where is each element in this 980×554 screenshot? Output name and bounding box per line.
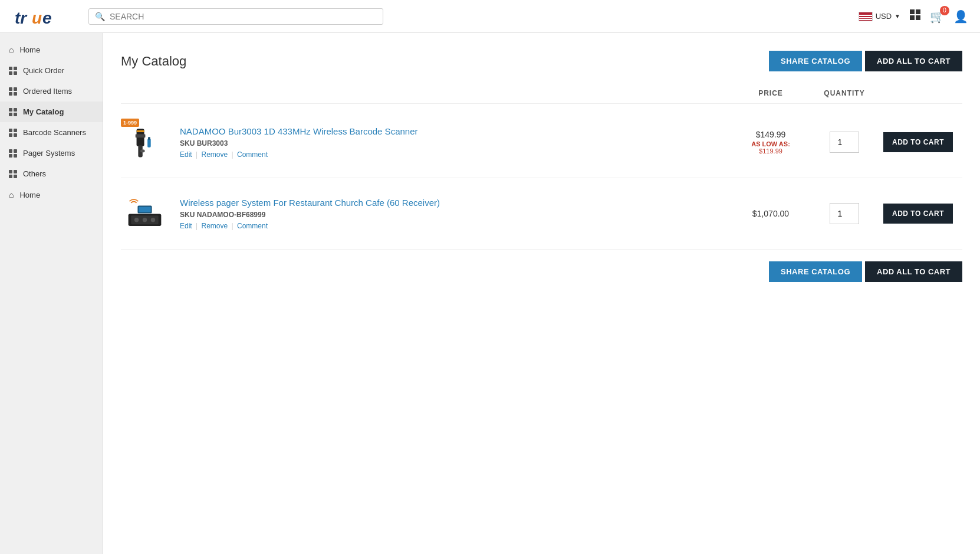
- product-image-1: 1-999: [121, 119, 168, 166]
- sidebar-label-home-top: Home: [19, 45, 40, 54]
- grid-icon: [9, 67, 17, 75]
- svg-rect-3: [910, 9, 915, 14]
- product-quantity-1: [815, 132, 874, 153]
- cart-button[interactable]: 🛒 0: [930, 9, 945, 24]
- sidebar-label-pager-systems: Pager Systems: [23, 149, 75, 158]
- sidebar-item-barcode-scanners[interactable]: Barcode Scanners: [0, 122, 103, 143]
- product-price-1: $149.99 AS LOW AS: $119.99: [726, 130, 815, 155]
- svg-rect-8: [135, 134, 145, 137]
- product-name-2[interactable]: Wireless pager System For Restaurant Chu…: [180, 198, 726, 208]
- grid-icon: [9, 149, 17, 158]
- sidebar-item-home-bottom[interactable]: ⌂ Home: [0, 184, 103, 205]
- home-icon: ⌂: [9, 45, 14, 54]
- add-all-to-cart-button-top[interactable]: ADD ALL TO CART: [865, 51, 962, 71]
- share-catalog-button-top[interactable]: SHARE CATALOG: [769, 51, 862, 71]
- svg-point-17: [142, 218, 146, 222]
- remove-link-2[interactable]: Remove: [202, 222, 228, 230]
- add-to-cart-button-2[interactable]: ADD TO CART: [883, 204, 953, 224]
- sidebar-label-others: Others: [23, 169, 46, 178]
- sidebar-item-home-top[interactable]: ⌂ Home: [0, 39, 103, 60]
- table-row: 1-999 NADAMOO Bur3003 1D 433MHz Wireless…: [121, 107, 962, 178]
- search-bar[interactable]: 🔍: [88, 8, 383, 25]
- currency-label: USD: [876, 12, 892, 21]
- svg-rect-20: [139, 206, 150, 212]
- price-as-low-label-1: AS LOW AS:: [726, 140, 815, 147]
- sidebar-item-pager-systems[interactable]: Pager Systems: [0, 143, 103, 163]
- comment-link-2[interactable]: Comment: [237, 222, 268, 230]
- price-as-low-value-1: $119.99: [726, 147, 815, 155]
- product-sku-1: SKU BUR3003: [180, 139, 726, 147]
- grid-icon: [9, 108, 17, 116]
- edit-link-1[interactable]: Edit: [180, 150, 192, 159]
- sidebar: ⌂ Home Quick Order Ordered Items My Cata…: [0, 33, 103, 554]
- product-links-2: Edit | Remove | Comment: [180, 222, 726, 230]
- price-main-2: $1,070.00: [726, 209, 815, 218]
- product-links-1: Edit | Remove | Comment: [180, 150, 726, 159]
- svg-rect-10: [140, 149, 144, 152]
- svg-point-16: [134, 218, 138, 222]
- sidebar-label-my-catalog: My Catalog: [23, 107, 64, 116]
- sidebar-item-quick-order[interactable]: Quick Order: [0, 60, 103, 81]
- edit-link-2[interactable]: Edit: [180, 222, 192, 230]
- catalog-column-headers: PRICE QUANTITY: [121, 86, 962, 104]
- grid-icon: [9, 129, 17, 137]
- flag-icon: [859, 12, 873, 21]
- logo[interactable]: tr u e: [12, 5, 77, 28]
- quantity-input-1[interactable]: [830, 132, 859, 153]
- bottom-action-buttons: SHARE CATALOG ADD ALL TO CART: [121, 261, 962, 282]
- page-title: My Catalog: [121, 54, 186, 69]
- svg-rect-11: [136, 130, 144, 132]
- search-input[interactable]: [110, 12, 377, 21]
- product-price-2: $1,070.00: [726, 209, 815, 218]
- product-badge-1: 1-999: [121, 119, 139, 127]
- product-image-2: [121, 190, 168, 237]
- sidebar-label-home-bottom: Home: [19, 191, 40, 199]
- grid-view-button[interactable]: [909, 9, 921, 24]
- grid-icon: [9, 87, 17, 96]
- product-sku-2: SKU NADAMOO-BF68999: [180, 211, 726, 219]
- svg-rect-12: [147, 139, 151, 147]
- user-button[interactable]: 👤: [953, 9, 968, 24]
- svg-rect-5: [910, 15, 915, 20]
- table-row: Wireless pager System For Restaurant Chu…: [121, 178, 962, 250]
- quantity-input-2[interactable]: [830, 203, 859, 224]
- product-info-1: NADAMOO Bur3003 1D 433MHz Wireless Barco…: [180, 126, 726, 159]
- add-to-cart-button-1[interactable]: ADD TO CART: [883, 132, 953, 152]
- grid-icon: [9, 170, 17, 178]
- add-all-to-cart-button-bottom[interactable]: ADD ALL TO CART: [865, 261, 962, 282]
- sidebar-label-quick-order: Quick Order: [23, 66, 64, 75]
- currency-chevron-icon: ▼: [895, 13, 900, 19]
- sidebar-label-ordered-items: Ordered Items: [23, 87, 72, 96]
- action-column-header: [874, 89, 962, 97]
- svg-rect-13: [148, 137, 150, 140]
- product-action-2: ADD TO CART: [874, 204, 962, 224]
- svg-rect-6: [916, 15, 920, 20]
- svg-text:tr: tr: [15, 9, 28, 27]
- product-info-2: Wireless pager System For Restaurant Chu…: [180, 198, 726, 230]
- remove-link-1[interactable]: Remove: [202, 150, 228, 159]
- share-catalog-button-bottom[interactable]: SHARE CATALOG: [769, 261, 862, 282]
- price-column-header: PRICE: [726, 89, 815, 97]
- header-right: USD ▼ 🛒 0 👤: [859, 9, 968, 24]
- quantity-column-header: QUANTITY: [815, 89, 874, 97]
- product-action-1: ADD TO CART: [874, 132, 962, 152]
- sidebar-item-ordered-items[interactable]: Ordered Items: [0, 81, 103, 101]
- svg-rect-4: [916, 9, 920, 14]
- layout: ⌂ Home Quick Order Ordered Items My Cata…: [0, 33, 980, 554]
- main-content: My Catalog SHARE CATALOG ADD ALL TO CART…: [103, 33, 980, 554]
- page-header: My Catalog SHARE CATALOG ADD ALL TO CART: [121, 51, 962, 71]
- search-icon: 🔍: [95, 12, 105, 21]
- price-main-1: $149.99: [726, 130, 815, 139]
- user-icon: 👤: [953, 10, 968, 23]
- currency-selector[interactable]: USD ▼: [859, 12, 900, 21]
- product-quantity-2: [815, 203, 874, 224]
- svg-text:e: e: [42, 9, 52, 27]
- svg-point-18: [150, 218, 154, 222]
- sidebar-item-others[interactable]: Others: [0, 163, 103, 184]
- header-action-buttons: SHARE CATALOG ADD ALL TO CART: [769, 51, 962, 71]
- sidebar-item-my-catalog[interactable]: My Catalog: [0, 101, 103, 122]
- svg-text:u: u: [32, 9, 42, 27]
- comment-link-1[interactable]: Comment: [237, 150, 268, 159]
- product-name-1[interactable]: NADAMOO Bur3003 1D 433MHz Wireless Barco…: [180, 126, 726, 136]
- header: tr u e 🔍 USD ▼ 🛒 0 👤: [0, 0, 980, 33]
